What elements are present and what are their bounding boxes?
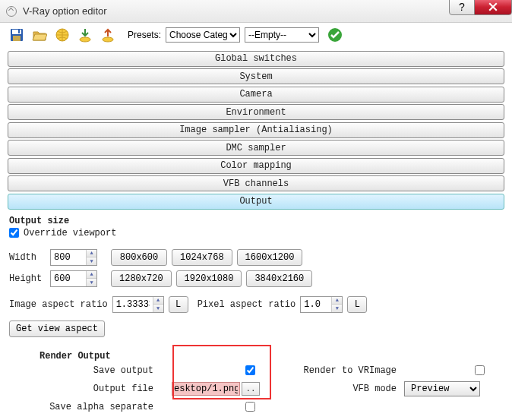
override-viewport-label: Override viewport (24, 228, 116, 238)
height-label: Height (9, 273, 46, 284)
load-up-icon[interactable] (99, 26, 117, 44)
render-output-title: Render Output (40, 351, 503, 362)
window-title: V-Ray option editor (23, 5, 107, 17)
category-select[interactable]: Choose Catego (166, 27, 240, 43)
save-output-checkbox[interactable] (245, 365, 255, 375)
width-spinner[interactable]: ▲▼ (50, 249, 97, 266)
presets-label: Presets: (128, 30, 161, 40)
image-aspect-spinner[interactable]: ▲▼ (112, 296, 164, 313)
section-vfb-channels[interactable]: VFB channels (8, 175, 504, 191)
override-viewport-checkbox[interactable] (9, 228, 19, 238)
section-system[interactable]: System (8, 68, 504, 84)
get-view-aspect-button[interactable]: Get view aspect (9, 321, 105, 337)
section-global-switches[interactable]: Global switches (8, 51, 504, 67)
pixel-aspect-input[interactable] (301, 297, 331, 312)
save-alpha-label: Save alpha separate (9, 402, 161, 412)
spinner-down[interactable]: ▼ (332, 305, 342, 312)
preset-1024x768[interactable]: 1024x768 (172, 249, 232, 266)
toolbar: Presets: Choose Catego --Empty-- (0, 23, 512, 47)
render-vrimage-checkbox[interactable] (475, 365, 485, 375)
section-color-mapping[interactable]: Color mapping (8, 158, 504, 174)
window-buttons: ? (450, 0, 512, 15)
width-input[interactable] (51, 250, 86, 265)
section-image-sampler[interactable]: Image sampler (Antialiasing) (8, 122, 504, 138)
image-aspect-label: Image aspect ratio (9, 299, 108, 310)
section-dmc-sampler[interactable]: DMC sampler (8, 140, 504, 156)
render-output-group: Render Output Save output Render to VRIm… (9, 346, 503, 421)
preset-800x600[interactable]: 800x600 (111, 249, 167, 266)
height-input[interactable] (51, 271, 86, 286)
output-panel: Output size Override viewport Width ▲▼ 8… (0, 213, 512, 421)
pixel-aspect-label: Pixel aspect ratio (198, 299, 296, 310)
spinner-up[interactable]: ▲ (87, 271, 96, 279)
spinner-up[interactable]: ▲ (87, 250, 96, 258)
titlebar: V-Ray option editor ? (0, 0, 512, 23)
spinner-up[interactable]: ▲ (153, 297, 163, 305)
section-camera[interactable]: Camera (8, 87, 504, 103)
section-environment[interactable]: Environment (8, 104, 504, 120)
close-button[interactable] (474, 0, 512, 15)
preset-3840x2160[interactable]: 3840x2160 (246, 270, 312, 287)
render-vrimage-label: Render to VRImage (260, 365, 404, 376)
output-file-input[interactable] (172, 382, 240, 396)
svg-rect-1 (12, 30, 21, 34)
open-icon[interactable] (30, 26, 49, 44)
load-down-icon[interactable] (76, 26, 94, 44)
preset-1920x1080[interactable]: 1920x1080 (176, 270, 242, 287)
preset-1600x1200[interactable]: 1600x1200 (237, 249, 303, 266)
preset-1280x720[interactable]: 1280x720 (111, 270, 172, 287)
browse-button[interactable]: .. (242, 382, 260, 396)
apply-icon[interactable] (327, 27, 343, 43)
vfb-mode-select[interactable]: Preview (404, 381, 480, 396)
pixel-aspect-spinner[interactable]: ▲▼ (300, 296, 343, 313)
help-button[interactable]: ? (449, 0, 475, 15)
output-file-label: Output file (9, 384, 161, 394)
vfb-mode-label: VFB mode (260, 384, 404, 394)
section-output[interactable]: Output (8, 194, 504, 210)
save-icon[interactable] (8, 26, 26, 44)
spinner-up[interactable]: ▲ (332, 297, 342, 305)
globe-icon[interactable] (53, 26, 71, 44)
spinner-down[interactable]: ▼ (87, 279, 96, 286)
lock-image-aspect-button[interactable]: L (169, 296, 188, 313)
spinner-down[interactable]: ▼ (153, 305, 163, 312)
spinner-down[interactable]: ▼ (87, 257, 96, 265)
height-spinner[interactable]: ▲▼ (50, 270, 97, 287)
empty-select[interactable]: --Empty-- (245, 27, 319, 43)
svg-point-6 (103, 37, 113, 42)
output-size-title: Output size (9, 216, 503, 226)
svg-point-5 (80, 37, 90, 42)
section-list: Global switches System Camera Environmen… (0, 47, 512, 213)
save-output-label: Save output (9, 365, 161, 376)
svg-rect-2 (13, 36, 21, 41)
save-alpha-checkbox[interactable] (245, 402, 255, 412)
width-label: Width (9, 252, 46, 263)
image-aspect-input[interactable] (113, 297, 153, 312)
svg-rect-3 (18, 30, 20, 33)
lock-pixel-aspect-button[interactable]: L (347, 296, 367, 313)
app-icon (6, 6, 17, 17)
